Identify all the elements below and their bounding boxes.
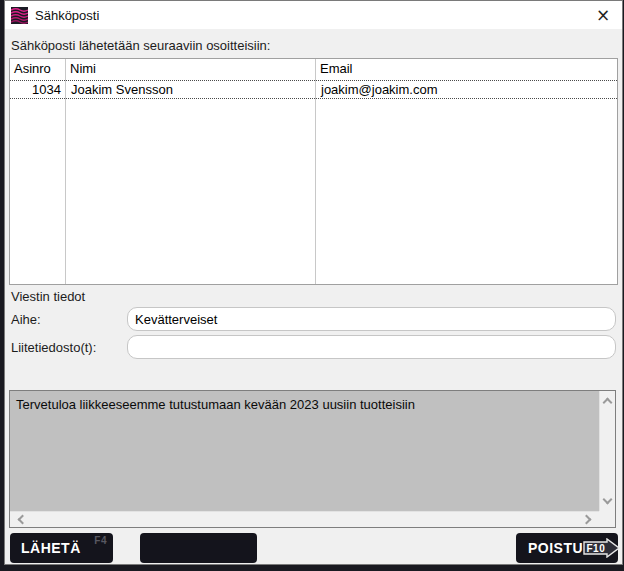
message-body-box: Tervetuloa liikkeeseemme tutustumaan kev…	[9, 390, 616, 528]
scrollbar-corner	[599, 511, 615, 527]
cell-email: joakim@joakim.com	[315, 81, 617, 98]
send-shortcut-label: F4	[94, 535, 107, 546]
subject-input[interactable]	[127, 307, 616, 331]
table-header-row: Asinro Nimi Email	[10, 60, 617, 80]
column-header-email: Email	[315, 60, 617, 80]
horizontal-scrollbar[interactable]	[10, 511, 599, 527]
column-header-asinro: Asinro	[10, 60, 65, 80]
chevron-down-icon[interactable]	[603, 495, 613, 505]
exit-button-label: POISTU	[528, 540, 583, 556]
screen-backdrop: Sähköposti × Sähköposti lähetetään seura…	[0, 0, 624, 571]
email-dialog: Sähköposti × Sähköposti lähetetään seura…	[4, 0, 623, 565]
chevron-up-icon[interactable]	[603, 398, 613, 408]
exit-button[interactable]: POISTU F10	[516, 533, 618, 563]
recipients-table[interactable]: Asinro Nimi Email 1034 Joakim Svensson j…	[9, 58, 618, 285]
vertical-scrollbar[interactable]	[599, 391, 615, 511]
close-button[interactable]: ×	[586, 1, 620, 29]
blank-button[interactable]	[140, 533, 257, 563]
cell-asinro: 1034	[10, 81, 65, 98]
titlebar[interactable]: Sähköposti ×	[5, 1, 622, 29]
arrow-right-f10-icon: F10	[583, 538, 620, 558]
attachments-label: Liitetiedosto(t):	[11, 340, 96, 355]
send-button[interactable]: LÄHETÄ F4	[10, 533, 113, 563]
app-icon	[11, 7, 28, 24]
chevron-left-icon[interactable]	[18, 515, 28, 525]
attachments-input[interactable]	[127, 335, 616, 359]
recipients-heading: Sähköposti lähetetään seuraaviin osoitte…	[11, 38, 270, 53]
message-body-input[interactable]: Tervetuloa liikkeeseemme tutustumaan kev…	[10, 391, 599, 511]
table-row[interactable]: 1034 Joakim Svensson joakim@joakim.com	[10, 80, 617, 99]
message-section-label: Viestin tiedot	[11, 289, 85, 304]
column-header-nimi: Nimi	[65, 60, 315, 80]
subject-label: Aihe:	[11, 312, 41, 327]
cell-nimi: Joakim Svensson	[65, 81, 315, 98]
window-title: Sähköposti	[35, 8, 99, 23]
exit-shortcut-label: F10	[587, 543, 606, 554]
send-button-label: LÄHETÄ	[21, 540, 81, 556]
chevron-right-icon[interactable]	[582, 515, 592, 525]
